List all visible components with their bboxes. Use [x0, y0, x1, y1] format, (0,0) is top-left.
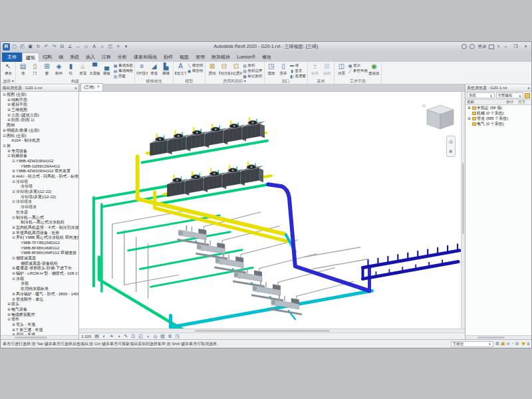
column-header-0[interactable]: 名称 — [466, 100, 506, 104]
tree-expander-icon[interactable]: ⊟ — [7, 154, 11, 159]
browser-tree-item[interactable]: ⊟族 — [1, 144, 78, 149]
viewcube-home-icon[interactable]: ⌂ — [422, 102, 426, 108]
visual-style-icon[interactable]: ◐ — [101, 334, 107, 339]
tree-expander-icon[interactable]: ⊟ — [11, 215, 16, 221]
save-file[interactable]: ▣ — [27, 43, 34, 51]
browser-tree-item[interactable]: Y98B-7FY85(2MD)G2 — [1, 241, 78, 246]
canvas-hscrollbar[interactable] — [79, 329, 465, 332]
ribbon-tool-2-0[interactable]: ≡栏杆扶手 — [136, 63, 148, 76]
ribbon-tool-6-0[interactable]: ±标高 — [309, 63, 321, 76]
browser-tree-item[interactable]: ⊟开利 Y98B 离心式冷水机组 双向连接管 — [1, 235, 78, 241]
tree-expander-icon[interactable]: ⊞ — [467, 116, 471, 120]
browser-tree-item[interactable]: ⊟冷却塔水 — [1, 200, 78, 205]
ribbon-tool-1-6[interactable]: ▀天花板 — [89, 63, 100, 76]
browser-tree-item[interactable]: ⊞风冷锅炉 - 暖气 - 卧式 - 2800 - 14000 kW — [1, 292, 78, 297]
browser-tree-item[interactable]: Y98B-8F68X(4MF)G2 双侧连接 — [1, 251, 78, 256]
browser-tree-item[interactable]: ⊞锅炉 - LRCM-H 型 - 侧喷式 - 108-175-CN — [1, 271, 78, 277]
ribbon-tool-4-4[interactable]: ▨面积边界 — [243, 68, 263, 73]
tree-expander-icon[interactable]: ⊟ — [7, 317, 11, 323]
restore-button[interactable]: ❐ — [512, 43, 519, 50]
ribbon-tool-5-2[interactable]: ▬墙 — [290, 63, 307, 68]
undo[interactable]: ↶ — [43, 43, 50, 51]
browser-tree-item[interactable]: 饮用纯水箱标准 — [1, 287, 78, 292]
app-store-icon[interactable] — [489, 45, 494, 49]
tree-expander-icon[interactable]: ⊞ — [2, 128, 7, 134]
ribbon-tab-3[interactable]: 系统 — [66, 53, 82, 62]
file-tab[interactable]: 文件 — [2, 53, 22, 62]
browser-tree-item[interactable]: ⊞楼层平面 — [1, 102, 78, 108]
browser-tree-item[interactable]: ⊞三维视图 — [1, 108, 78, 113]
scale-button[interactable]: 1:100 — [81, 334, 91, 338]
zoom-icon[interactable]: ⊕ — [449, 149, 453, 154]
browser-tree-item[interactable]: ⊞Y98B-4ZW3(9NH)G2 双向装置 — [1, 169, 78, 174]
browser-tree-item[interactable]: ⊟水箱 — [1, 277, 78, 282]
crop-view-icon[interactable]: ⊡ — [130, 334, 136, 339]
browser-tree-item[interactable]: ⊞暖通器-球形喷头-卧侧-下进下出 — [1, 266, 78, 271]
ribbon-tool-3-2[interactable]: ▣模型组 — [187, 68, 203, 73]
tree-expander-icon[interactable]: ⊞ — [11, 169, 16, 174]
ribbon-tool-1-2[interactable]: ⊞窗 — [41, 63, 53, 76]
open-file[interactable]: ◰ — [19, 43, 26, 51]
minimize-button[interactable]: – — [502, 43, 509, 50]
ribbon-tool-5-3[interactable]: ▮垂直 — [290, 68, 307, 73]
link-status-icon[interactable]: ∞ — [507, 341, 510, 346]
browser-tree-item[interactable]: ⊞明细表/数量 (全部) — [1, 128, 78, 134]
browser-tree-item[interactable]: ⊞AHU - 组合式 - 回风机 - 卧式 - 标准 - 2000 - 3000 — [1, 174, 78, 180]
tree-expander-icon[interactable]: ⊞ — [7, 98, 11, 103]
column-header-2[interactable]: 尺寸 — [518, 100, 531, 104]
close-button[interactable]: × — [522, 43, 529, 50]
tree-expander-icon[interactable]: ⊟ — [11, 159, 16, 164]
system-browser-row[interactable]: 电气 (0 个系统) — [466, 121, 531, 126]
show-crop-region-icon[interactable]: ◱ — [138, 334, 144, 339]
ribbon-tool-1-8[interactable]: ▦幕墙系统 — [113, 63, 133, 68]
workset-status-icon[interactable]: ⚙ — [495, 341, 499, 346]
project-browser-hscrollbar[interactable] — [1, 335, 78, 339]
worksharing-display-icon[interactable]: ⚙ — [167, 334, 173, 339]
model-canvas[interactable]: ⌂ ◎ ⊕ — [79, 92, 465, 329]
tree-expander-icon[interactable]: ⊞ — [11, 271, 16, 277]
sync[interactable]: ↻ — [35, 43, 42, 51]
tree-expander-icon[interactable]: ⊞ — [11, 292, 16, 297]
viewcube[interactable]: ⌂ — [424, 102, 457, 133]
ribbon-tool-1-1[interactable]: ▯门 — [29, 63, 41, 76]
ribbon-tab-1[interactable]: 结构 — [39, 53, 55, 62]
tree-expander-icon[interactable]: ⊞ — [11, 266, 16, 271]
browser-tree-item[interactable]: 制冷机—离心式冷水机组 — [1, 220, 78, 225]
sun-path-icon[interactable]: ☀ — [108, 334, 114, 339]
ribbon-tool-4-3[interactable]: ▧面积 — [243, 63, 263, 68]
ribbon-tab-9[interactable]: 视图 — [176, 53, 192, 62]
tree-expander-icon[interactable]: ⊟ — [2, 144, 7, 149]
ribbon-tool-4-2[interactable]: ⊡标记房间 — [231, 63, 242, 76]
tree-expander-icon[interactable]: ⊞ — [7, 118, 11, 123]
tree-expander-icon[interactable]: ⊞ — [7, 149, 11, 154]
view-tab-close-icon[interactable]: × — [97, 84, 100, 90]
ribbon-tool-3-1[interactable]: ╲模型线 — [187, 63, 203, 68]
browser-tree-item[interactable]: ⊞喷头 — [1, 302, 78, 307]
tree-expander-icon[interactable]: ⊟ — [11, 190, 16, 195]
tree-expander-icon[interactable]: ⊟ — [2, 92, 7, 98]
search-icon[interactable] — [462, 44, 467, 49]
tree-expander-icon[interactable]: ⊞ — [7, 307, 11, 313]
browser-tree-item[interactable]: ⊟机械设备 — [1, 154, 78, 159]
browser-tree-item[interactable]: 图例 — [1, 123, 78, 128]
tree-expander-icon[interactable]: ⊞ — [11, 323, 16, 328]
ribbon-tab-13[interactable]: 修改 — [259, 53, 275, 62]
view-tab-3d[interactable]: {三维} × — [80, 83, 103, 91]
ribbon-tool-5-1[interactable]: ▯竖井 — [278, 63, 289, 76]
tree-expander-icon[interactable]: ⊞ — [7, 113, 11, 118]
design-options-icon[interactable]: ▣ — [501, 341, 505, 346]
browser-tree-item[interactable]: ⊞室内机风机盘管 - 卡式 - 制冷剂水接口 — [1, 225, 78, 231]
ribbon-tool-1-9[interactable]: ▤幕墙网格 — [113, 68, 133, 73]
browser-tree-item[interactable]: ⊞电气设备 — [1, 307, 78, 313]
ribbon-tool-4-5[interactable]: ▩标记面积 — [243, 73, 263, 78]
detail-level-icon[interactable]: ▤ — [94, 334, 100, 339]
tree-expander-icon[interactable]: ⊞ — [7, 102, 11, 108]
tree-expander-icon[interactable]: ⊞ — [11, 174, 16, 180]
browser-tree-item[interactable]: 冷却塔水 — [1, 205, 78, 210]
expand-all-icon[interactable] — [525, 93, 530, 98]
background-process-icon[interactable]: ◔ — [511, 341, 514, 346]
ribbon-tool-2-1[interactable]: ◢坡道 — [148, 63, 160, 76]
browser-tree-item[interactable]: ⊞T 形三通 - 常规 — [1, 328, 78, 333]
user-icon[interactable] — [469, 44, 475, 49]
ribbon-tool-7-3[interactable]: ◉查看器 — [368, 63, 380, 76]
